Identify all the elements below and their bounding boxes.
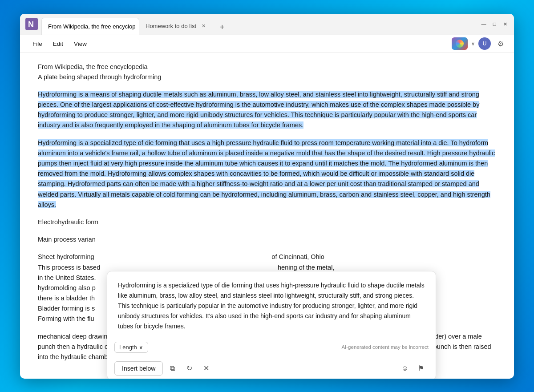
ai-actions-right: ☺ ⚑ bbox=[397, 361, 429, 376]
menu-file[interactable]: File bbox=[27, 39, 48, 49]
length-button[interactable]: Length ∨ bbox=[114, 342, 148, 353]
section4: Main process varian bbox=[38, 234, 496, 245]
window-controls: — □ ✕ bbox=[480, 20, 509, 28]
ai-popup-content: Hydroforming is a specialized type of di… bbox=[107, 271, 436, 337]
ai-footer: Length ∨ AI-generated content may be inc… bbox=[107, 337, 436, 357]
paragraph2: Hydroforming is a specialized type of di… bbox=[38, 138, 496, 210]
content-area: From Wikipedia, the free encyclopedia A … bbox=[20, 53, 514, 379]
ai-disclaimer: AI-generated content may be incorrect bbox=[341, 343, 429, 351]
section3-heading: Electrohydraulic form bbox=[38, 218, 98, 226]
copilot-button[interactable] bbox=[452, 37, 468, 50]
close-ai-button[interactable]: ✕ bbox=[198, 361, 214, 376]
tab-homework-label: Homework to do list bbox=[146, 23, 196, 29]
tab-wikipedia-label: From Wikipedia, the free encyclop bbox=[48, 23, 136, 30]
intro-line1: From Wikipedia, the free encyclopedia bbox=[38, 62, 496, 72]
close-icon: ✕ bbox=[203, 364, 209, 372]
copilot-icon bbox=[456, 40, 464, 48]
paragraph1-text: Hydroforming is a means of shaping ducti… bbox=[38, 91, 479, 129]
paragraph1: Hydroforming is a means of shaping ducti… bbox=[38, 89, 496, 131]
close-button[interactable]: ✕ bbox=[502, 20, 509, 28]
title-bar: N From Wikipedia, the free encyclop ✕ Ho… bbox=[20, 14, 514, 35]
settings-button[interactable]: ⚙ bbox=[494, 37, 507, 50]
like-button[interactable]: ☺ bbox=[397, 361, 413, 376]
menu-bar: File Edit View ∨ U ⚙ bbox=[20, 35, 514, 53]
minimize-button[interactable]: — bbox=[480, 20, 487, 28]
section4-heading: Main process varian bbox=[38, 236, 96, 243]
refresh-button[interactable]: ↻ bbox=[182, 361, 197, 376]
insert-below-button[interactable]: Insert below bbox=[114, 361, 163, 376]
new-tab-button[interactable]: + bbox=[215, 20, 229, 35]
ai-generated-text: Hydroforming is a specialized type of di… bbox=[118, 282, 425, 330]
tab-wikipedia[interactable]: From Wikipedia, the free encyclop ✕ bbox=[41, 18, 139, 35]
section3: Electrohydraulic form bbox=[38, 217, 496, 227]
menu-edit[interactable]: Edit bbox=[48, 39, 69, 49]
copilot-dropdown[interactable]: ∨ bbox=[471, 41, 475, 47]
insert-below-label: Insert below bbox=[122, 365, 155, 372]
like-icon: ☺ bbox=[401, 364, 409, 372]
main-window: N From Wikipedia, the free encyclop ✕ Ho… bbox=[20, 14, 514, 379]
menu-view[interactable]: View bbox=[69, 39, 92, 49]
user-avatar[interactable]: U bbox=[478, 37, 491, 50]
menu-right: ∨ U ⚙ bbox=[452, 37, 507, 50]
svg-text:N: N bbox=[28, 20, 34, 29]
copy-button[interactable]: ⧉ bbox=[165, 361, 180, 376]
flag-button[interactable]: ⚑ bbox=[413, 361, 429, 376]
refresh-icon: ↻ bbox=[186, 364, 192, 372]
intro-text: From Wikipedia, the free encyclopedia A … bbox=[38, 62, 496, 82]
maximize-button[interactable]: □ bbox=[491, 20, 498, 28]
flag-icon: ⚑ bbox=[418, 364, 424, 372]
tab-homework[interactable]: Homework to do list ✕ bbox=[139, 18, 213, 35]
ai-actions: Insert below ⧉ ↻ ✕ ☺ ⚑ bbox=[107, 357, 436, 379]
ai-popup: Hydroforming is a specialized type of di… bbox=[107, 271, 436, 379]
app-icon: N bbox=[25, 18, 38, 30]
intro-line2: A plate being shaped through hydroformin… bbox=[38, 72, 496, 82]
tab-homework-close[interactable]: ✕ bbox=[200, 23, 207, 30]
copy-icon: ⧉ bbox=[170, 364, 175, 372]
length-chevron-icon: ∨ bbox=[139, 344, 143, 351]
length-label: Length bbox=[119, 344, 137, 351]
tabs-container: From Wikipedia, the free encyclop ✕ Home… bbox=[41, 14, 480, 35]
paragraph2-text: Hydroforming is a specialized type of di… bbox=[38, 139, 495, 208]
